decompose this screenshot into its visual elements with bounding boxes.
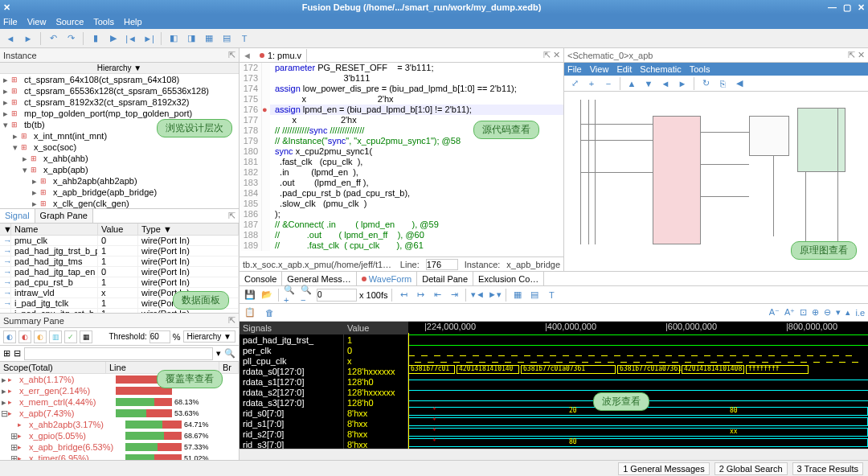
col-scope[interactable]: Scope(Total) [0, 362, 106, 373]
step-prev-icon[interactable]: |◄ [124, 31, 138, 46]
search-icon[interactable]: 🔍 [224, 348, 235, 359]
font-smaller-icon[interactable]: A⁻ [769, 307, 780, 318]
nav-down-icon[interactable]: ▼ [641, 76, 656, 91]
tree-item[interactable]: ▸⊞ct_spsram_64x108(ct_spsram_64x108) [0, 74, 239, 85]
wave-signal-name[interactable]: rdata_s3[127:0] [240, 397, 343, 408]
tab-signal[interactable]: Signal [0, 209, 35, 223]
tab-messages[interactable]: General Mess… [282, 272, 356, 285]
tab-graph[interactable]: Graph Pane [35, 209, 93, 223]
edge-next-icon[interactable]: ⇥ [447, 288, 461, 302]
code-editor[interactable]: 172parameter PG_RESET_OFF = 3'b111;173 3… [240, 63, 563, 256]
status-trace[interactable]: 3 Trace Results [792, 462, 863, 475]
signal-row[interactable]: →pad_cpu_rst_b1wire(Port In) [0, 277, 239, 288]
menu-tools[interactable]: Tools [93, 17, 114, 27]
wave-scrollbar[interactable] [240, 449, 868, 460]
play-icon[interactable]: ▶ [106, 31, 121, 46]
refresh-icon[interactable]: ↻ [698, 76, 713, 91]
signal-row[interactable]: →pad_had_jtg_tap_en0wire(Port In) [0, 267, 239, 277]
tree-item[interactable]: ▾⊞x_soc(soc) [0, 142, 239, 153]
schem-block[interactable] [797, 108, 845, 172]
wave-schematic-icon[interactable]: ▦ [510, 288, 525, 302]
nav-back-icon[interactable]: ◄ [658, 76, 673, 91]
tree-item[interactable]: ▾⊞x_apb(apb) [0, 164, 239, 175]
schematic-icon[interactable]: ▦ [202, 31, 216, 46]
zoom-in-icon[interactable]: ⊕ [812, 307, 819, 318]
marker-prev-icon[interactable]: ▾◄ [470, 288, 485, 302]
hierarchy-column[interactable]: Hierarchy ▼ [0, 63, 239, 74]
col-value[interactable]: Value [98, 224, 138, 235]
cursor-icon[interactable]: ▮ [88, 31, 103, 46]
zoom-out-icon[interactable]: ⊖ [824, 307, 831, 318]
coverage-row[interactable]: ⊞▸x_timer(6.95%)51.02% [0, 453, 239, 460]
schem-menu-schematic[interactable]: Schematic [640, 64, 681, 74]
open-icon[interactable]: 📂 [260, 288, 274, 302]
nav-up-icon[interactable]: ▲ [624, 76, 639, 91]
schem-menu-view[interactable]: View [590, 64, 609, 74]
wave-signal-name[interactable]: rid_s0[7:0] [240, 408, 343, 418]
signal-row[interactable]: →pmu_clk0wire(Port In) [0, 236, 239, 246]
cov-icon-1[interactable]: ◐ [3, 330, 16, 343]
tab-console[interactable]: Console [240, 272, 282, 285]
zoom-fit-icon[interactable]: ⤢ [567, 76, 582, 91]
filter-icon[interactable]: ▼ [0, 224, 11, 235]
tree-collapse-icon[interactable]: ⊟ [14, 348, 21, 359]
schem-block[interactable] [749, 116, 789, 156]
signal-row[interactable]: →pad_had_jtg_tms1wire(Port In) [0, 256, 239, 267]
tree-item[interactable]: ▸⊞mp_top_golden_port(mp_top_golden_port) [0, 108, 239, 119]
close-icon[interactable]: ✕ [858, 2, 865, 13]
wave-code-icon[interactable]: ▤ [527, 288, 542, 302]
minimize-icon[interactable]: — [828, 2, 837, 13]
cov-icon-2[interactable]: ◐ [18, 330, 31, 343]
schem-menu-file[interactable]: File [567, 64, 582, 74]
cov-icon-4[interactable]: ▥ [49, 330, 62, 343]
wave-signal-name[interactable]: rid_s2[7:0] [240, 429, 343, 439]
maximize-icon[interactable]: ▢ [843, 2, 851, 13]
tree-item[interactable]: ▸⊞ct_spsram_65536x128(ct_spsram_65536x12… [0, 85, 239, 96]
marker-up-icon[interactable]: ▴ [845, 307, 850, 318]
wave-icon[interactable]: ◨ [184, 31, 199, 46]
coverage-row[interactable]: ▸x_ahb2apb(3.17%)64.71% [0, 419, 239, 430]
schem-menu-tools[interactable]: Tools [690, 64, 710, 74]
col-name[interactable]: Name [11, 224, 98, 235]
db-icon[interactable]: ▤ [219, 31, 234, 46]
zoom-out-icon[interactable]: − [601, 76, 616, 91]
edge-prev-icon[interactable]: ⇤ [430, 288, 444, 302]
schem-breadcrumb[interactable]: <Schematic_0>x_apb [567, 51, 653, 60]
coverage-row[interactable]: ⊞▸x_apb_bridge(6.53%)57.33% [0, 441, 239, 453]
zoom-in-icon[interactable]: 🔍+ [283, 288, 297, 302]
zoom-fit-icon[interactable]: ⊡ [800, 307, 807, 318]
col-type[interactable]: Type ▼ [138, 224, 239, 235]
schem-menu-edit[interactable]: Edit [616, 64, 632, 74]
coverage-row[interactable]: ▸▸x_mem_ctrl(4.44%)68.13% [0, 396, 239, 408]
copy-icon[interactable]: 📋 [243, 306, 257, 320]
tree-item[interactable]: ▸⊞ct_spsram_8192x32(ct_spsram_8192x32) [0, 96, 239, 108]
cursor-next-icon[interactable]: ↦ [413, 288, 428, 302]
zoom-in-icon[interactable]: + [584, 76, 599, 91]
wave-signal-names[interactable]: Signals pad_had_jtg_trst_per_clkpll_cpu_… [240, 322, 344, 449]
step-next-icon[interactable]: ►| [141, 31, 156, 46]
menu-view[interactable]: View [27, 17, 47, 27]
tree-item[interactable]: ▸⊞x_ahb(ahb) [0, 153, 239, 164]
wave-signal-name[interactable]: rdata_s2[127:0] [240, 387, 343, 397]
tab-nav-prev-icon[interactable]: ◄ [240, 51, 255, 60]
delete-icon[interactable]: 🗑 [262, 306, 276, 320]
cov-icon-5[interactable]: ✓ [64, 330, 77, 343]
marker-down-icon[interactable]: ▾ [836, 307, 841, 318]
search-dd-icon[interactable]: ▾ [216, 348, 221, 359]
pin-icon[interactable]: ⎘ [715, 76, 730, 91]
menu-source[interactable]: Source [55, 17, 84, 27]
col-br[interactable]: Br [219, 362, 239, 373]
wave-signal-name[interactable]: pll_cpu_clk [240, 355, 343, 366]
font-larger-icon[interactable]: A⁺ [784, 307, 795, 318]
pane-popout-icon[interactable]: ⇱ [228, 315, 235, 326]
coverage-row[interactable]: ⊞▸x_gpio(5.05%)68.67% [0, 430, 239, 441]
line-input[interactable] [426, 259, 458, 270]
text-icon[interactable]: T [237, 31, 252, 46]
cursor-prev-icon[interactable]: ↤ [396, 288, 411, 302]
cursor-line[interactable] [408, 333, 409, 449]
goto-edge-icon[interactable]: i.e [855, 308, 865, 318]
status-search[interactable]: 2 Global Search [714, 462, 788, 475]
pane-popout-icon[interactable]: ⇱ ✕ [540, 50, 563, 60]
wave-signal-name[interactable]: rdata_s0[127:0] [240, 366, 343, 376]
tab-exclusion[interactable]: Exclusion Co… [473, 272, 544, 285]
